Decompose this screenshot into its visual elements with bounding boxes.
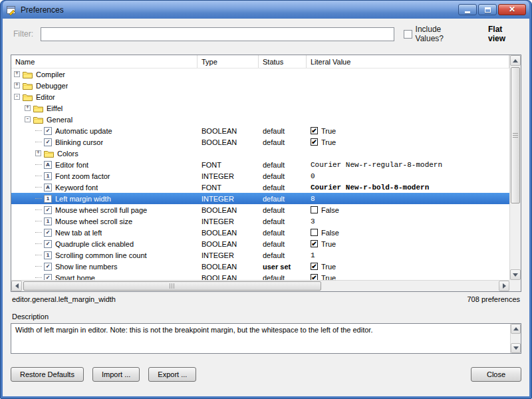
value-checkbox[interactable] (311, 206, 318, 213)
filter-input[interactable] (41, 27, 394, 41)
expand-toggle[interactable]: + (35, 150, 41, 156)
tree-item-label: New tab at left (55, 229, 102, 237)
description-text: Width of left margin in editor. Note: th… (11, 324, 510, 353)
type-cell: BOOLEAN (198, 138, 259, 146)
horizontal-scroll-thumb[interactable] (23, 281, 321, 291)
tree-row[interactable]: AEditor fontFONTdefaultCourier New-r-reg… (11, 159, 509, 170)
vertical-scroll-track[interactable] (510, 66, 521, 269)
value-checkbox[interactable]: ✔ (311, 127, 318, 134)
tree-line (35, 164, 42, 165)
tree-row[interactable]: ✓Quadruple click enabledBOOLEANdefault✔T… (11, 238, 509, 249)
tree-item-label: Smart home (55, 274, 95, 281)
value-cell: Courier New-r-regular-8-modern (307, 161, 509, 169)
include-values-checkbox[interactable] (404, 30, 412, 39)
bool-pref-icon: ✓ (44, 138, 52, 146)
tree-item-label: Mouse wheel scroll full page (55, 206, 147, 214)
maximize-button[interactable] (478, 4, 497, 15)
tree-row[interactable]: -Editor (11, 91, 509, 102)
tree-row[interactable]: AKeyword fontFONTdefaultCourier New-r-bo… (11, 182, 509, 193)
tree-row[interactable]: ✓Smart homeBOOLEANdefault✔True (11, 272, 509, 280)
collapse-toggle[interactable]: - (14, 94, 20, 100)
value-checkbox[interactable]: ✔ (311, 240, 318, 247)
tree-row[interactable]: 1Mouse wheel scroll sizeINTEGERdefault3 (11, 215, 509, 227)
tree-row[interactable]: +Colors (11, 148, 509, 159)
tree-name-cell: AEditor font (11, 161, 198, 169)
value-cell: ✔True (307, 240, 509, 248)
maximize-icon (485, 7, 491, 13)
preferences-count: 708 preferences (467, 295, 521, 303)
type-cell: BOOLEAN (198, 274, 259, 281)
status-row: editor.general.left_margin_width 708 pre… (11, 295, 521, 303)
tree-row[interactable]: 1Left margin widthINTEGERdefault8 (11, 193, 509, 204)
value-checkbox[interactable]: ✔ (311, 138, 318, 146)
value-checkbox[interactable]: ✔ (311, 274, 318, 280)
tree-row[interactable]: +Eiffel (11, 102, 509, 114)
export-button[interactable]: Export ... (148, 367, 196, 382)
folder-icon (23, 70, 33, 78)
value-checkbox[interactable]: ✔ (311, 263, 318, 270)
font-pref-icon: A (44, 184, 52, 192)
status-cell: default (259, 172, 307, 180)
status-cell: default (259, 138, 307, 146)
expand-toggle[interactable]: + (25, 105, 31, 111)
scroll-right-button[interactable] (499, 281, 509, 291)
tree-line (35, 232, 42, 233)
scroll-down-button[interactable] (510, 269, 521, 280)
tree-line (35, 198, 42, 199)
tree-name-cell: +Colors (11, 150, 198, 158)
value-text: 1 (311, 251, 315, 259)
flat-view-button[interactable]: Flat view (488, 25, 521, 43)
scroll-left-button[interactable] (11, 281, 22, 291)
tree-row[interactable]: 1Scrolling common line countINTEGERdefau… (11, 249, 509, 261)
tree-row[interactable]: +Compiler (11, 68, 509, 80)
app-icon (6, 5, 17, 15)
tree-item-label: Keyword font (55, 184, 98, 192)
value-label: True (321, 138, 336, 146)
close-icon: ✕ (509, 5, 515, 15)
tree-row[interactable]: +Debugger (11, 80, 509, 91)
status-cell: default (259, 240, 307, 248)
filter-row: Filter: Include Values? Flat view (11, 27, 521, 41)
description-scroll-up-button[interactable] (511, 324, 521, 334)
tree-row[interactable]: ✓Mouse wheel scroll full pageBOOLEANdefa… (11, 204, 509, 215)
tree-row[interactable]: 1Font zoom factorINTEGERdefault0 (11, 170, 509, 182)
column-header-type[interactable]: Type (198, 55, 259, 68)
column-header-literal-value[interactable]: Literal Value (307, 55, 509, 68)
type-cell: INTEGER (198, 195, 259, 203)
minimize-button[interactable] (458, 4, 477, 15)
folder-icon (44, 150, 54, 158)
description-label: Description (11, 313, 521, 321)
close-button[interactable]: ✕ (498, 4, 526, 15)
scroll-corner (509, 280, 521, 291)
titlebar: Preferences ✕ (3, 1, 529, 19)
column-header-name[interactable]: Name (11, 55, 198, 68)
close-dialog-button[interactable]: Close (471, 367, 521, 382)
restore-defaults-button[interactable]: Restore Defaults (11, 367, 84, 382)
vertical-scrollbar[interactable] (509, 55, 521, 280)
collapse-toggle[interactable]: - (25, 116, 31, 122)
horizontal-scroll-track[interactable] (22, 281, 499, 291)
type-cell: BOOLEAN (198, 240, 259, 248)
tree-row[interactable]: ✓Automatic updateBOOLEANdefault✔True (11, 125, 509, 136)
expand-toggle[interactable]: + (14, 71, 20, 77)
tree-body: +Compiler+Debugger-Editor+Eiffel-General… (11, 68, 509, 280)
type-cell: INTEGER (198, 172, 259, 180)
tree-row[interactable]: ✓New tab at leftBOOLEANdefaultFalse (11, 227, 509, 238)
tree-name-cell: +Debugger (11, 82, 198, 90)
horizontal-scrollbar[interactable] (11, 280, 509, 291)
tree-row[interactable]: ✓Blinking cursorBOOLEANdefault✔True (11, 136, 509, 148)
scroll-up-button[interactable] (510, 55, 521, 66)
value-checkbox[interactable] (311, 229, 318, 236)
expand-toggle[interactable]: + (14, 82, 20, 88)
value-label: True (321, 127, 336, 135)
tree-row[interactable]: ✓Show line numbersBOOLEANuser set✔True (11, 261, 509, 272)
value-cell: Courier New-r-bold-8-modern (307, 184, 509, 192)
column-header-status[interactable]: Status (259, 55, 307, 68)
description-scrollbar[interactable] (510, 324, 521, 353)
vertical-scroll-thumb[interactable] (511, 67, 520, 203)
tree-line (35, 243, 42, 244)
description-scroll-down-button[interactable] (511, 343, 521, 353)
bool-pref-icon: ✓ (44, 240, 52, 248)
tree-row[interactable]: -General (11, 114, 509, 125)
import-button[interactable]: Import ... (92, 367, 140, 382)
